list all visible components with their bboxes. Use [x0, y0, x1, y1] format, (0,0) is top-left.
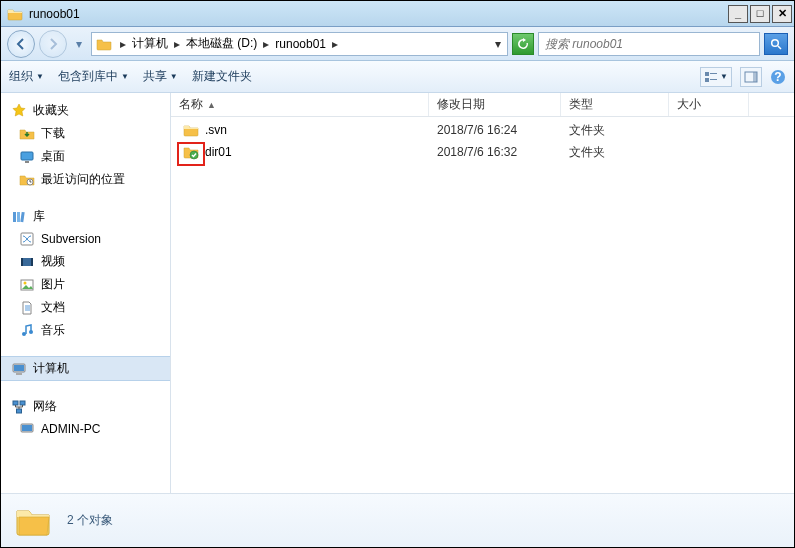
download-icon: [19, 126, 35, 142]
breadcrumb-seg[interactable]: 本地磁盘 (D:): [184, 35, 259, 52]
svg-rect-3: [705, 78, 709, 82]
sidebar-item-videos[interactable]: 视频: [1, 250, 170, 273]
music-icon: [19, 323, 35, 339]
svg-rect-28: [17, 409, 22, 413]
star-icon: [11, 103, 27, 119]
library-icon: [11, 209, 27, 225]
sidebar-network[interactable]: 网络: [1, 395, 170, 418]
breadcrumb-seg[interactable]: runoob01: [273, 37, 328, 51]
include-in-library-button[interactable]: 包含到库中▼: [58, 68, 129, 85]
arrow-left-icon: [14, 37, 28, 51]
navigation-pane[interactable]: 收藏夹 下载 桌面 最近访问的位置 库: [1, 93, 171, 493]
sidebar-item-label: Subversion: [41, 232, 101, 246]
sidebar-item-label: 文档: [41, 299, 65, 316]
sidebar-label: 收藏夹: [33, 102, 69, 119]
svg-rect-24: [14, 365, 24, 371]
svn-icon: [19, 231, 35, 247]
svn-folder-icon: [183, 144, 199, 160]
new-folder-button[interactable]: 新建文件夹: [192, 68, 252, 85]
breadcrumb-sep: ▸: [170, 37, 184, 51]
pc-icon: [19, 421, 35, 437]
address-bar[interactable]: ▸ 计算机 ▸ 本地磁盘 (D:) ▸ runoob01 ▸ ▾: [91, 32, 508, 56]
file-name: .svn: [205, 123, 227, 137]
close-button[interactable]: ✕: [772, 5, 792, 23]
svg-rect-26: [13, 401, 18, 405]
picture-icon: [19, 277, 35, 293]
recent-icon: [19, 172, 35, 188]
organize-button[interactable]: 组织▼: [9, 68, 44, 85]
maximize-button[interactable]: □: [750, 5, 770, 23]
svg-rect-4: [710, 79, 717, 80]
svg-rect-25: [16, 373, 22, 375]
sidebar-label: 库: [33, 208, 45, 225]
svg-rect-10: [25, 161, 29, 163]
svg-rect-12: [13, 212, 16, 222]
svg-rect-30: [22, 425, 32, 431]
sidebar-label: 计算机: [33, 360, 69, 377]
view-options-button[interactable]: ▼: [700, 67, 732, 87]
sidebar-item-label: 下载: [41, 125, 65, 142]
sidebar-item-pictures[interactable]: 图片: [1, 273, 170, 296]
svg-rect-14: [20, 211, 24, 221]
col-size[interactable]: 大小: [669, 93, 749, 116]
sidebar-item-downloads[interactable]: 下载: [1, 122, 170, 145]
file-row[interactable]: .svn 2018/7/6 16:24 文件夹: [171, 119, 794, 141]
desktop-icon: [19, 149, 35, 165]
sidebar-item-music[interactable]: 音乐: [1, 319, 170, 342]
col-date[interactable]: 修改日期: [429, 93, 561, 116]
sidebar-item-desktop[interactable]: 桌面: [1, 145, 170, 168]
svg-point-22: [29, 330, 33, 334]
sidebar-item-label: 视频: [41, 253, 65, 270]
help-icon[interactable]: ?: [770, 69, 786, 85]
file-row[interactable]: dir01 2018/7/6 16:32 文件夹: [171, 141, 794, 163]
breadcrumb-sep: ▸: [328, 37, 342, 51]
window-controls: _ □ ✕: [728, 5, 792, 23]
svg-rect-9: [21, 152, 33, 160]
col-type[interactable]: 类型: [561, 93, 669, 116]
history-dropdown[interactable]: ▾: [71, 34, 87, 54]
status-bar: 2 个对象: [1, 493, 794, 547]
search-button[interactable]: [764, 33, 788, 55]
file-list[interactable]: .svn 2018/7/6 16:24 文件夹 dir01: [171, 117, 794, 493]
file-name: dir01: [205, 145, 232, 159]
search-box[interactable]: [538, 32, 760, 56]
svg-point-0: [772, 39, 779, 46]
sidebar-favorites[interactable]: 收藏夹: [1, 99, 170, 122]
status-text: 2 个对象: [67, 512, 113, 529]
file-type: 文件夹: [561, 122, 669, 139]
sidebar-item-recent[interactable]: 最近访问的位置: [1, 168, 170, 191]
preview-pane-button[interactable]: [740, 67, 762, 87]
breadcrumb-sep: ▸: [259, 37, 273, 51]
address-dropdown[interactable]: ▾: [489, 37, 507, 51]
pane-icon: [744, 71, 758, 83]
sidebar-item-label: ADMIN-PC: [41, 422, 100, 436]
breadcrumb-seg[interactable]: 计算机: [130, 35, 170, 52]
file-list-pane: 名称 ▲ 修改日期 类型 大小 .svn 2018/7/6 16:24 文件夹: [171, 93, 794, 493]
window-folder-icon: [7, 6, 23, 22]
back-button[interactable]: [7, 30, 35, 58]
sidebar-item-label: 最近访问的位置: [41, 171, 125, 188]
network-icon: [11, 399, 27, 415]
computer-icon: [11, 361, 27, 377]
refresh-button[interactable]: [512, 33, 534, 55]
minimize-button[interactable]: _: [728, 5, 748, 23]
video-icon: [19, 254, 35, 270]
sidebar-item-subversion[interactable]: Subversion: [1, 228, 170, 250]
nav-bar: ▾ ▸ 计算机 ▸ 本地磁盘 (D:) ▸ runoob01 ▸ ▾: [1, 27, 794, 61]
folder-icon: [96, 36, 112, 52]
sidebar-computer[interactable]: 计算机: [1, 356, 170, 381]
sidebar-item-adminpc[interactable]: ADMIN-PC: [1, 418, 170, 440]
column-headers: 名称 ▲ 修改日期 类型 大小: [171, 93, 794, 117]
col-name[interactable]: 名称 ▲: [171, 93, 429, 116]
search-icon: [770, 38, 782, 50]
forward-button[interactable]: [39, 30, 67, 58]
sidebar-libraries[interactable]: 库: [1, 205, 170, 228]
search-input[interactable]: [539, 37, 759, 51]
svg-rect-2: [710, 73, 717, 74]
window-title: runoob01: [29, 7, 728, 21]
svg-rect-17: [21, 258, 23, 266]
share-button[interactable]: 共享▼: [143, 68, 178, 85]
refresh-icon: [517, 38, 529, 50]
sidebar-item-documents[interactable]: 文档: [1, 296, 170, 319]
view-icon: [704, 71, 718, 83]
